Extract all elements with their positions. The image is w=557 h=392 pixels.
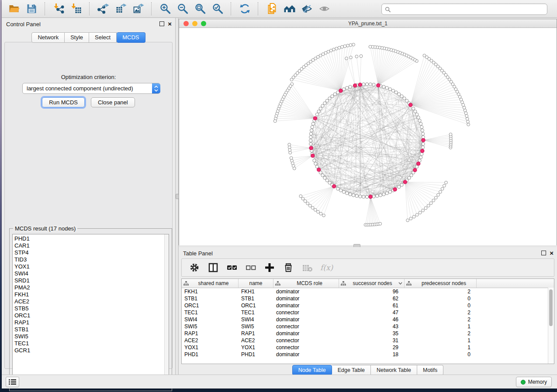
graph-node[interactable] [382,85,385,88]
graph-node[interactable] [400,95,403,98]
toolbar-export-image-button[interactable] [130,1,146,16]
graph-leaf-node[interactable] [464,109,467,112]
graph-node[interactable] [420,152,423,155]
memory-button[interactable]: Memory [516,377,552,387]
table-row[interactable]: YOX1YOX1connector291 [182,344,554,351]
graph-node[interactable] [398,93,401,96]
graph-node[interactable] [388,88,391,91]
toolbar-export-table-button[interactable] [113,1,128,16]
column-header-predecessor-nodes[interactable]: predecessor nodes [405,279,477,288]
graph-node[interactable] [418,159,421,162]
graph-leaf-node[interactable] [306,202,309,205]
graph-node[interactable] [309,139,312,142]
graph-leaf-node[interactable] [317,210,320,213]
mcds-result-item[interactable]: PHD1 [14,235,169,242]
graph-leaf-node[interactable] [311,206,314,210]
table-toolbar-deselect-all-button[interactable] [245,262,256,273]
toolbar-network-analyzer-button[interactable] [281,1,297,16]
mcds-result-item[interactable]: GCR1 [14,347,169,354]
graph-leaf-node[interactable] [369,45,372,48]
toolbar-export-network-button[interactable] [95,1,111,16]
float-panel-icon[interactable] [159,21,164,26]
run-mcds-button[interactable]: Run MCDS [42,97,85,107]
graph-hub-node[interactable] [353,84,357,87]
graph-leaf-node[interactable] [464,112,467,115]
toolbar-zoom-selected-button[interactable] [210,1,225,16]
mcds-result-item[interactable]: TID3 [14,256,169,263]
graph-node[interactable] [339,189,343,192]
graph-node[interactable] [309,132,312,135]
graph-node[interactable] [420,126,423,129]
graph-node[interactable] [325,99,329,102]
graph-leaf-node[interactable] [304,199,307,203]
mcds-result-item[interactable]: PMA2 [14,284,169,291]
graph-hub-node[interactable] [421,149,424,153]
graph-node[interactable] [323,102,326,105]
graph-hub-node[interactable] [317,168,321,172]
table-row[interactable]: FKH1FKH1dominator962 [182,288,554,295]
graph-leaf-node[interactable] [355,55,358,58]
mcds-result-item[interactable]: CAR1 [14,242,169,249]
graph-node[interactable] [365,83,368,86]
toolbar-import-network-button[interactable] [51,1,66,16]
show-panels-button[interactable] [6,377,19,387]
graph-node[interactable] [315,113,318,116]
table-toolbar-columns-button[interactable] [208,262,219,273]
mcds-result-item[interactable]: ACE2 [14,298,169,305]
graph-hub-node[interactable] [377,84,380,87]
tab-network-table[interactable]: Network Table [371,365,417,375]
graph-node[interactable] [415,113,419,116]
graph-node[interactable] [372,195,375,198]
graph-leaf-node[interactable] [290,78,293,81]
graph-leaf-node[interactable] [423,54,426,57]
search-field[interactable] [381,3,547,15]
graph-leaf-node[interactable] [415,213,419,217]
mcds-result-item[interactable]: STB5 [14,305,169,312]
graph-node[interactable] [417,116,420,119]
graph-leaf-node[interactable] [299,195,302,198]
graph-node[interactable] [385,192,388,195]
graph-leaf-node[interactable] [360,55,363,58]
criterion-dropdown[interactable]: largest connected component (undirected) [22,83,160,94]
toolbar-zoom-fit-button[interactable] [192,1,208,16]
graph-node[interactable] [391,89,394,92]
float-table-panel-icon[interactable] [541,251,546,255]
graph-hub-node[interactable] [332,185,336,188]
tab-edge-table[interactable]: Edge Table [332,365,371,375]
graph-leaf-node[interactable] [467,120,470,123]
mcds-result-item[interactable]: FKH1 [14,291,169,298]
toolbar-import-table-button[interactable] [68,1,84,16]
graph-node[interactable] [385,86,388,89]
network-graph-svg[interactable] [179,28,557,245]
graph-node[interactable] [379,194,382,197]
graph-node[interactable] [317,110,320,113]
graph-leaf-node[interactable] [443,184,446,187]
graph-node[interactable] [362,195,365,198]
graph-leaf-node[interactable] [439,190,442,193]
graph-node[interactable] [403,97,406,100]
graph-node[interactable] [388,190,391,193]
mcds-result-item[interactable]: RAP1 [14,319,169,326]
graph-hub-node[interactable] [309,146,313,150]
graph-leaf-node[interactable] [432,199,435,202]
graph-leaf-node[interactable] [343,45,346,48]
toolbar-open-file-button[interactable] [6,1,22,16]
graph-node[interactable] [369,83,372,86]
tab-motifs[interactable]: Motifs [417,365,443,375]
graph-leaf-node[interactable] [465,114,468,117]
graph-hub-node[interactable] [313,117,317,120]
graph-leaf-node[interactable] [349,56,353,59]
column-header-shared-name[interactable]: shared name [182,279,239,288]
mcds-list-scrollbar[interactable] [164,234,169,387]
graph-leaf-node[interactable] [422,209,425,212]
graph-node[interactable] [310,129,313,132]
graph-node[interactable] [394,91,398,94]
graph-node[interactable] [349,193,352,196]
table-row[interactable]: STB1STB1dominator620 [182,295,554,302]
graph-node[interactable] [372,83,375,86]
network-window-titlebar[interactable]: YPA_prune.txt_1 [179,19,557,28]
graph-leaf-node[interactable] [412,215,415,218]
graph-node[interactable] [419,156,422,159]
graph-leaf-node[interactable] [289,151,292,154]
tab-style[interactable]: Style [65,32,89,43]
